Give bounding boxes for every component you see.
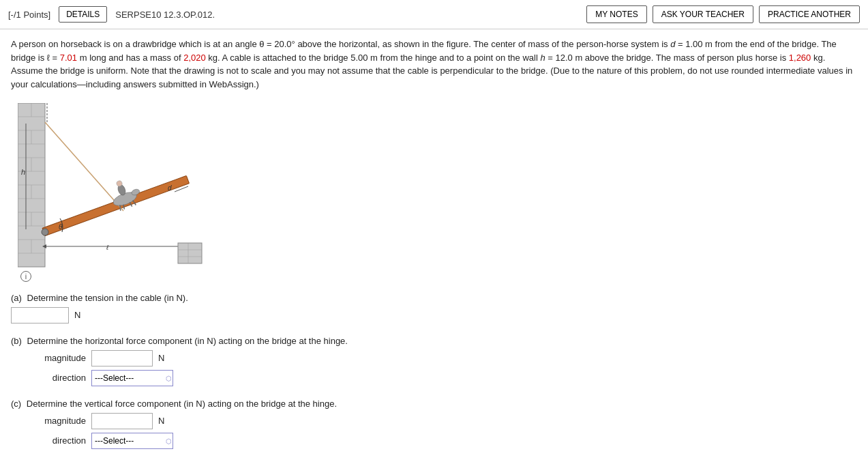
part-b-direction-select[interactable]: ---Select--- toward the wall away from t…: [91, 370, 173, 386]
svg-text:h: h: [21, 168, 25, 176]
main-content: A person on horseback is on a drawbridge…: [0, 29, 868, 460]
problem-text: A person on horseback is on a drawbridge…: [11, 38, 857, 91]
svg-text:ℓ: ℓ: [106, 244, 109, 251]
part-c-fields: magnitude N direction ---Select--- upwar…: [38, 413, 857, 449]
part-c-direction-row: direction ---Select--- upward downward ⬡: [38, 433, 857, 449]
part-c-direction-select[interactable]: ---Select--- upward downward: [91, 433, 173, 449]
my-notes-button[interactable]: MY NOTES: [586, 5, 646, 23]
svg-text:d: d: [168, 184, 172, 192]
part-c-magnitude-label: magnitude: [38, 416, 86, 426]
part-b-label: (b): [11, 336, 22, 346]
figure-container: h: [18, 103, 215, 282]
part-c-question: Determine the vertical force component (…: [27, 399, 337, 409]
part-a-unit: N: [74, 310, 80, 320]
points-label: [-/1 Points]: [8, 10, 50, 20]
part-a-input-row: N: [11, 307, 857, 324]
svg-rect-38: [178, 243, 202, 263]
part-b-magnitude-row: magnitude N: [38, 350, 857, 366]
svg-line-21: [45, 122, 123, 211]
header: [-/1 Points] DETAILS SERPSE10 12.3.OP.01…: [0, 0, 868, 29]
info-icon[interactable]: i: [20, 271, 31, 282]
part-c-magnitude-input[interactable]: [91, 413, 153, 429]
svg-text:θ: θ: [59, 223, 63, 231]
part-b-fields: magnitude N direction ---Select--- towar…: [38, 350, 857, 386]
part-b-section: (b) Determine the horizontal force compo…: [11, 336, 857, 386]
part-b-direction-label: direction: [38, 373, 86, 383]
part-c-direction-label: direction: [38, 435, 86, 446]
part-b-direction-wrapper[interactable]: ---Select--- toward the wall away from t…: [91, 370, 173, 386]
part-a-label: (a): [11, 293, 22, 303]
part-b-direction-row: direction ---Select--- toward the wall a…: [38, 370, 857, 386]
part-a-input[interactable]: [11, 307, 69, 324]
part-b-unit: N: [158, 353, 164, 363]
mass-bridge: 2,020: [183, 53, 206, 63]
problem-id: SERPSE10 12.3.OP.012.: [115, 10, 578, 20]
part-a-section: (a) Determine the tension in the cable (…: [11, 293, 857, 324]
ask-teacher-button[interactable]: ASK YOUR TEACHER: [653, 5, 753, 23]
part-c-label: (c): [11, 399, 21, 409]
part-c-magnitude-row: magnitude N: [38, 413, 857, 429]
problem-text-mid2: kg. A cable is attached to the bridge 5.…: [206, 53, 789, 63]
part-b-question: Determine the horizontal force component…: [27, 336, 348, 346]
svg-point-22: [42, 229, 48, 235]
part-c-unit: N: [158, 416, 164, 426]
part-a-question: Determine the tension in the cable (in N…: [27, 293, 188, 303]
problem-text-mid1: m long and has a mass of: [77, 53, 183, 63]
header-right-buttons: MY NOTES ASK YOUR TEACHER PRACTICE ANOTH…: [586, 5, 860, 23]
mass-person: 1,260: [789, 53, 811, 63]
ell-value: 7.01: [60, 53, 77, 63]
part-b-magnitude-label: magnitude: [38, 353, 86, 363]
part-c-section: (c) Determine the vertical force compone…: [11, 399, 857, 449]
part-b-magnitude-input[interactable]: [91, 350, 153, 366]
details-button[interactable]: DETAILS: [59, 6, 107, 23]
part-c-direction-wrapper[interactable]: ---Select--- upward downward ⬡: [91, 433, 173, 449]
practice-another-button[interactable]: PRACTICE ANOTHER: [759, 5, 860, 23]
diagram-svg: h: [18, 103, 215, 270]
